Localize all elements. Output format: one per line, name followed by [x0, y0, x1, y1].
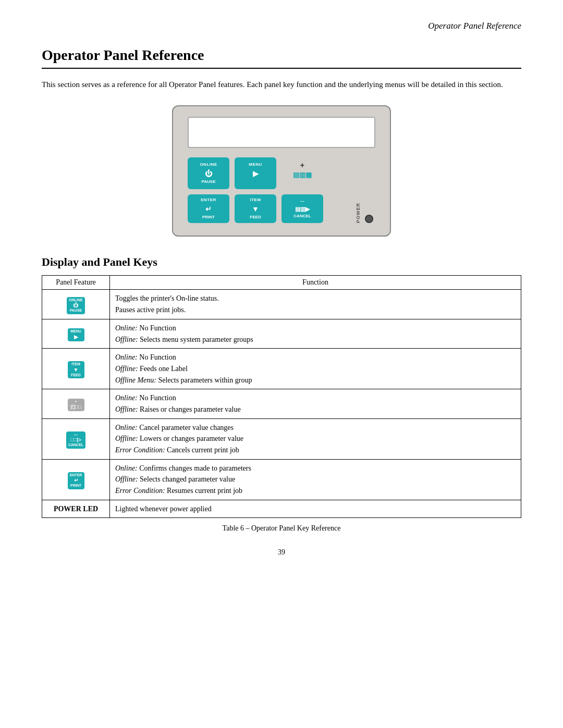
function-line: Offline Menu: Selects parameters within …	[115, 375, 516, 386]
function-line: Offline: Raises or changes parameter val…	[115, 404, 516, 415]
table-caption: Table 6 – Operator Panel Key Reference	[42, 524, 521, 533]
menu-label: MENU	[249, 162, 262, 167]
panel-body: ONLINE ⏻ PAUSE MENU ▶ + ▤▥▦ ENTER ↵ PRIN…	[172, 105, 391, 237]
minus-label: —	[300, 199, 305, 204]
table-row: MENU▶	[42, 319, 110, 348]
function-line: Online: No Function	[115, 323, 516, 334]
panel-row-2: ENTER ↵ PRINT ITEM ▼ FEED — ▤▥▶ CANCEL	[188, 194, 350, 223]
menu-button[interactable]: MENU ▶	[235, 157, 276, 189]
panel-row-1: ONLINE ⏻ PAUSE MENU ▶ + ▤▥▦	[188, 157, 375, 189]
intro-paragraph: This section serves as a reference for a…	[42, 78, 521, 91]
table-row: ONLINE⏻PAUSE	[42, 290, 110, 319]
online-pause-button[interactable]: ONLINE ⏻ PAUSE	[188, 157, 229, 189]
function-cell-5: Online: Confirms changes made to paramet…	[110, 459, 521, 500]
function-line: Error Condition: Cancels current print j…	[115, 445, 516, 456]
pause-label: PAUSE	[202, 179, 216, 184]
section-title: Display and Panel Keys	[42, 255, 521, 269]
feature-button-0: ONLINE⏻PAUSE	[67, 297, 84, 314]
function-cell-2: Online: No FunctionOffline: Feeds one La…	[110, 349, 521, 389]
power-icon: ⏻	[205, 169, 212, 178]
function-cell-0: Toggles the printer's On-line status.Pau…	[110, 290, 521, 319]
plus-label: +	[300, 161, 305, 170]
function-cell-3: Online: No FunctionOffline: Raises or ch…	[110, 389, 521, 418]
function-line: Pauses active print jobs.	[115, 304, 516, 316]
function-line: Toggles the printer's On-line status.	[115, 293, 516, 304]
power-led-label: POWER LED	[54, 505, 98, 513]
table-row: ENTER↵PRINT	[42, 459, 110, 500]
function-line: Online: Confirms changes made to paramet…	[115, 463, 516, 474]
function-cell-6: Lighted whenever power applied	[110, 500, 521, 518]
function-line: Offline: Selects menu system parameter g…	[115, 334, 516, 346]
page-header: Operator Panel Reference	[42, 21, 521, 31]
print-label: PRINT	[202, 215, 215, 220]
function-line: Offline: Feeds one Label	[115, 363, 516, 375]
bars-icon: ▤▥▦	[293, 171, 312, 180]
table-row: POWER LED	[42, 500, 110, 518]
function-line: Online: No Function	[115, 352, 516, 363]
online-label: ONLINE	[200, 162, 217, 167]
item-label: ITEM	[250, 198, 261, 203]
plus-button[interactable]: + ▤▥▦	[282, 157, 323, 189]
cancel-label: CANCEL	[293, 214, 311, 219]
table-row: —□□▷CANCEL	[42, 418, 110, 459]
play-icon: ▶	[253, 169, 259, 178]
enter-print-button[interactable]: ENTER ↵ PRINT	[188, 194, 229, 223]
page-number: 39	[42, 548, 521, 557]
power-area: POWER	[356, 203, 375, 223]
header-title: Operator Panel Reference	[428, 21, 521, 31]
power-text: POWER	[356, 203, 361, 223]
item-feed-button[interactable]: ITEM ▼ FEED	[235, 194, 276, 223]
table-row: ITEM▼FEED	[42, 349, 110, 389]
feature-button-4: —□□▷CANCEL	[66, 431, 85, 449]
function-line: Offline: Lowers or changes parameter val…	[115, 433, 516, 445]
feed-label: FEED	[250, 215, 261, 220]
feature-button-2: ITEM▼FEED	[68, 361, 84, 378]
feature-button-3: +◰□□	[68, 399, 84, 411]
down-arrow-icon: ▼	[252, 204, 259, 214]
function-cell-4: Online: Cancel parameter value changesOf…	[110, 418, 521, 459]
function-cell-1: Online: No FunctionOffline: Selects menu…	[110, 319, 521, 348]
function-line: Offline: Selects changed parameter value	[115, 474, 516, 485]
col-panel-feature: Panel Feature	[42, 276, 110, 290]
col-function: Function	[110, 276, 521, 290]
panel-screen	[188, 117, 375, 148]
cancel-icon: ▤▥▶	[295, 205, 310, 213]
page-title: Operator Panel Reference	[42, 47, 521, 69]
panel-diagram: ONLINE ⏻ PAUSE MENU ▶ + ▤▥▦ ENTER ↵ PRIN…	[42, 105, 521, 237]
table-row: +◰□□	[42, 389, 110, 418]
feature-button-1: MENU▶	[68, 328, 84, 341]
enter-label: ENTER	[201, 198, 216, 203]
function-line: Error Condition: Resumes current print j…	[115, 485, 516, 497]
power-led-indicator	[365, 215, 373, 223]
cancel-button[interactable]: — ▤▥▶ CANCEL	[282, 194, 323, 223]
function-line: Online: Cancel parameter value changes	[115, 422, 516, 434]
feature-button-5: ENTER↵PRINT	[68, 472, 84, 489]
panel-table: Panel Feature Function ONLINE⏻PAUSEToggl…	[42, 275, 521, 518]
function-line: Online: No Function	[115, 392, 516, 404]
enter-icon: ↵	[205, 204, 212, 214]
function-line: Lighted whenever power applied	[115, 503, 516, 515]
